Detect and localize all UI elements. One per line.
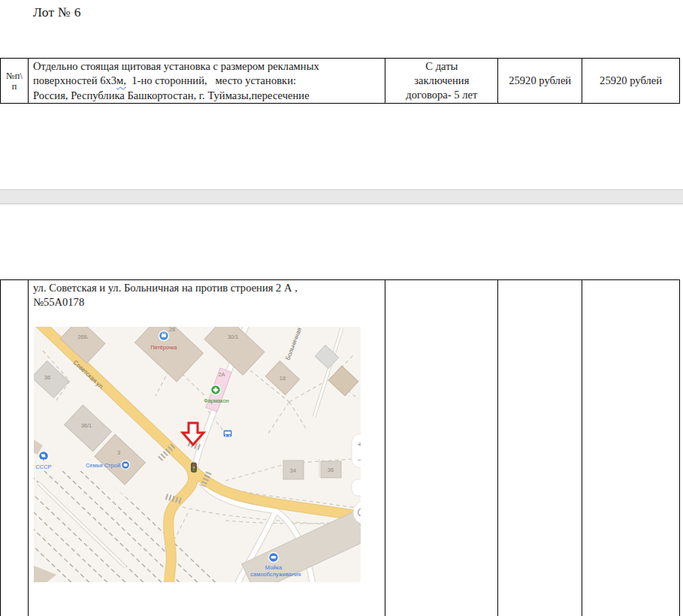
address-line-1: ул. Советская и ул. Больничная на против…: [33, 281, 381, 295]
address-line-2: №55А0178: [33, 295, 381, 310]
lot-table-header-row: №п\ п Отдельно стоящая щитовая установка…: [0, 58, 680, 104]
description-line-1: Отдельно стоящая щитовая установка с раз…: [33, 59, 381, 74]
col-number-cell-empty: [1, 280, 29, 616]
poi-cccp-icon[interactable]: [39, 451, 49, 461]
lot-description-cell: Отдельно стоящая щитовая установка с раз…: [29, 59, 385, 103]
poi-pyaterochka-icon[interactable]: [159, 331, 169, 341]
location-map[interactable]: 26Б 28 30/1 36 36/1 3 18 34 36 2А Советс…: [34, 327, 361, 582]
map-control-secondary[interactable]: [352, 479, 361, 496]
zoom-in-button[interactable]: +: [358, 440, 361, 448]
lot-title: Лот № 6: [33, 5, 81, 20]
price-final-cell: 25920 рублей: [582, 59, 679, 103]
building-label-34: 34: [290, 467, 296, 474]
poi-moyka-icon[interactable]: [269, 553, 279, 563]
desc-2b: 1-но сторонний, место установки:: [126, 74, 296, 86]
building-label-36-1: 36/1: [81, 422, 92, 429]
map-zoom-controls[interactable]: + −: [352, 433, 361, 468]
traffic-light-icon: [192, 463, 197, 473]
poi-farmakon-icon[interactable]: [211, 385, 221, 395]
poi-label-cccp[interactable]: СССР: [35, 464, 51, 470]
zoom-out-button[interactable]: −: [358, 456, 361, 464]
num-line2: п: [12, 81, 17, 92]
term-line-2: заключения: [414, 74, 469, 88]
desc-2a: поверхностей 6х3: [33, 74, 116, 86]
contract-term-cell-empty: [385, 280, 498, 616]
price-initial-cell: 25920 рублей: [498, 59, 582, 103]
poi-label-semya-stroy[interactable]: Семья Строй: [86, 462, 120, 469]
building-label-36-left: 36: [44, 374, 50, 381]
poi-label-moyka-line1[interactable]: Мойка: [265, 564, 283, 571]
description-line-2: поверхностей 6х3м, 1-но сторонний, место…: [33, 74, 381, 88]
price-final: 25920 рублей: [600, 74, 662, 88]
term-line-1: С даты: [425, 59, 458, 74]
poi-label-farmakon[interactable]: Фармакон: [204, 397, 229, 404]
poi-label-pyaterochka[interactable]: Пятёрочка: [150, 344, 177, 351]
poi-semya-stroy-icon[interactable]: [122, 461, 130, 470]
spellcheck-underline-text: м,: [116, 74, 126, 86]
page-break-separator: [0, 189, 683, 204]
term-line-3: договора- 5 лет: [406, 88, 477, 102]
contract-term-cell: С даты заключения договора- 5 лет: [385, 59, 498, 103]
description-line-3: Россия, Республика Башкортостан, г. Туйм…: [33, 89, 381, 103]
building-label-3: 3: [117, 449, 120, 456]
building-label-28: 28: [169, 327, 175, 333]
price-initial-cell-empty: [498, 280, 582, 616]
building-label-36-right: 36: [328, 467, 334, 473]
col-number-cell: №п\ п: [1, 59, 29, 103]
building-label-2a: 2А: [218, 371, 225, 378]
poi-label-moyka-line2[interactable]: самообслуживания: [250, 571, 301, 578]
price-final-cell-empty: [582, 280, 679, 616]
bus-stop-icon[interactable]: [223, 430, 232, 437]
building-label-26b: 26Б: [77, 334, 87, 340]
document-page: Лот № 6 №п\ п Отдельно стоящая щитовая у…: [0, 0, 683, 616]
num-line1: №п\: [6, 71, 23, 81]
building-label-30-1: 30/1: [228, 334, 239, 340]
price-initial: 25920 рублей: [509, 74, 571, 88]
building-label-18: 18: [280, 375, 286, 382]
